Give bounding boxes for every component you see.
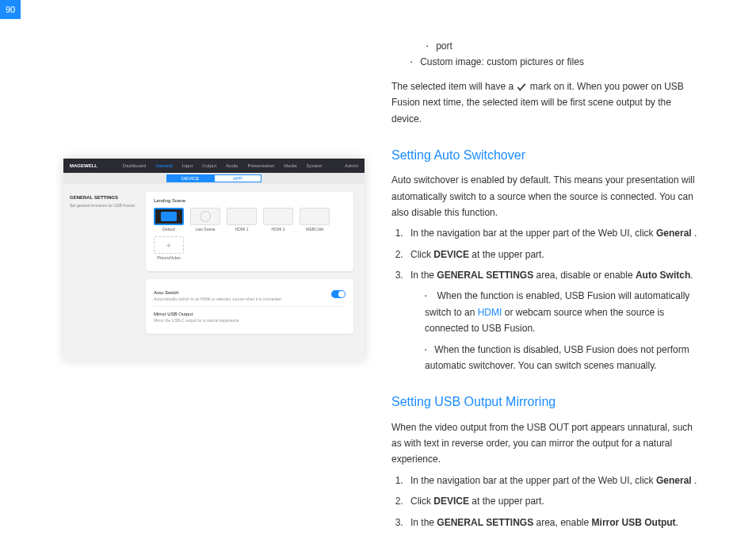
nav-output: Output: [202, 163, 216, 168]
nav-dashboard: Dashboard: [123, 163, 146, 168]
brand-label: MAGEWELL: [70, 163, 97, 168]
thumb-hdmi1: HDMI 1: [227, 208, 257, 232]
thumb-hdmi2: HDMI 2: [263, 208, 293, 232]
auto-switch-toggle: [331, 290, 346, 298]
auto-switch-desc: Automatically switch to an HDMI or webca…: [154, 297, 282, 301]
sidebar-subtitle: Set general functions for USB Fusion.: [70, 203, 136, 209]
intro-paragraph: The selected item will have a mark on it…: [391, 78, 697, 127]
auto-switchover-steps: In the navigation bar at the upper part …: [406, 225, 697, 373]
auto-switchover-intro: Auto switchover is enabled by default. T…: [391, 172, 697, 220]
m-step-3: In the GENERAL SETTINGS area, enable Mir…: [406, 515, 697, 530]
thumb-last-scene: Last Scene: [190, 208, 220, 232]
screenshot-topbar: MAGEWELL Dashboard General Input Output …: [63, 159, 365, 173]
auto-switch-title: Auto Switch: [154, 290, 282, 295]
nav-media: Media: [284, 163, 296, 168]
thumb-picture-video: +Picture/Video: [154, 236, 184, 260]
nav-input: Input: [182, 163, 193, 168]
screenshot-main: Landing Scene Default Last Scene HDMI 1 …: [143, 184, 365, 361]
document-body: port Custom image: custom pictures or fi…: [391, 38, 697, 535]
nav-audio: Audio: [226, 163, 238, 168]
usb-mirroring-steps: In the navigation bar at the upper part …: [406, 473, 697, 530]
heading-usb-mirroring: Setting USB Output Mirroring: [391, 391, 697, 412]
screenshot-sidebar: GENERAL SETTINGS Set general functions f…: [63, 184, 143, 361]
heading-auto-switchover: Setting Auto Switchover: [391, 144, 697, 166]
tab-app: APP: [214, 174, 262, 182]
nav-system: System: [307, 163, 323, 168]
mirror-usb-title: Mirror USB Output: [154, 312, 240, 316]
m-step-2: Click DEVICE at the upper part.: [406, 493, 697, 509]
figure-screenshot: MAGEWELL Dashboard General Input Output …: [63, 159, 365, 361]
usb-mirroring-intro: When the video output from the USB OUT p…: [391, 419, 697, 468]
step-1: In the navigation bar at the upper part …: [406, 225, 697, 241]
row-mirror-usb: Mirror USB Output Mirror the USB-C outpu…: [154, 306, 346, 327]
step-2: Click DEVICE at the upper part.: [406, 247, 697, 262]
thumb-webcam: WEBCAM: [300, 208, 330, 232]
check-icon: [516, 82, 527, 93]
nav-presentation: Presentation: [247, 163, 274, 168]
sidebar-title: GENERAL SETTINGS: [70, 195, 136, 200]
tab-device: DEVICE: [166, 174, 214, 182]
landing-scene-label: Landing Scene: [154, 198, 346, 203]
thumb-default: Default: [154, 208, 184, 232]
m-step-1: In the navigation bar at the upper part …: [406, 473, 697, 488]
page-number: 90: [0, 0, 21, 19]
row-auto-switch: Auto Switch Automatically switch to an H…: [154, 285, 346, 306]
nav-general: General: [155, 163, 172, 168]
admin-label: Admin: [345, 163, 358, 168]
hdmi-link[interactable]: HDMI: [478, 307, 502, 318]
bullet-custom-image: Custom image: custom pictures or files: [410, 54, 697, 70]
sub-disabled: When the function is disabled, USB Fusio…: [420, 342, 697, 374]
intro-bullets: port Custom image: custom pictures or fi…: [410, 38, 697, 71]
mirror-usb-desc: Mirror the USB-C output for a natural ex…: [154, 318, 240, 323]
screenshot-tabs: DEVICE APP: [63, 173, 365, 184]
step-3: In the GENERAL SETTINGS area, disable or…: [406, 267, 697, 373]
sub-enabled: When the function is enabled, USB Fusion…: [420, 288, 697, 336]
bullet-port: port: [426, 38, 697, 54]
